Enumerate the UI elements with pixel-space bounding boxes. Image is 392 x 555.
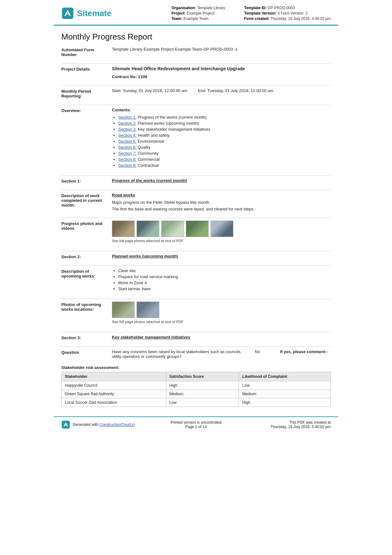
project-details-title: Sitemate Head Office Redevelopment and I… xyxy=(112,66,331,71)
sitemate-logo-icon xyxy=(61,7,74,20)
header-meta-left: Organisation: Template Library Project: … xyxy=(171,6,225,21)
team-line: Team: Example Team xyxy=(171,16,225,21)
header-meta-right: Template ID: DP-PROD-0003 Template Versi… xyxy=(244,6,331,21)
list-item: Start tarmac base xyxy=(118,286,331,291)
section7-link[interactable]: Section 7: xyxy=(118,151,137,156)
project-details-row: Project Details Sitemate Head Office Red… xyxy=(61,66,331,82)
list-item: Section 6: Quality xyxy=(118,145,331,150)
table-row: Local Soccer Dad Association Low High xyxy=(62,398,331,407)
project-line: Project: Example Project xyxy=(171,11,225,16)
stakeholder-name: Green Square Rail Authority xyxy=(62,390,166,398)
section3-value: Key stakeholder management initiatives xyxy=(112,335,331,340)
question-row: Question Have any concerns been raised b… xyxy=(61,349,331,362)
table-header-row: Stakeholder Satisfaction Score Likelihoo… xyxy=(62,372,331,381)
logo-area: Sitemate xyxy=(61,7,171,20)
section8-link[interactable]: Section 8: xyxy=(118,157,137,162)
footer: Generated with ConstructionCloud.io Prin… xyxy=(54,416,338,432)
org-line: Organisation: Template Library xyxy=(171,6,225,10)
upcoming-photos-note: See full page photos attached at end of … xyxy=(112,320,331,324)
footer-logo-area: Generated with ConstructionCloud.io xyxy=(61,420,151,429)
header: Sitemate Organisation: Template Library … xyxy=(54,0,338,26)
section1-value: Progress of the works (current month) xyxy=(112,178,331,184)
stakeholder-table: Stakeholder Satisfaction Score Likelihoo… xyxy=(61,372,331,407)
list-item: Section 1: Progress of the works (curren… xyxy=(118,115,331,120)
photo-thumb xyxy=(211,221,233,237)
satisfaction-score: Low xyxy=(166,398,239,407)
photos-note: See full page photos attached at end of … xyxy=(112,239,331,243)
list-item: Section 8: Commercial xyxy=(118,157,331,162)
upcoming-works-row: Description of upcoming works: Clear sit… xyxy=(61,268,331,296)
section3-link[interactable]: Section 3: xyxy=(118,127,137,132)
likelihood-complaint: High xyxy=(239,398,331,407)
svg-rect-0 xyxy=(62,8,73,19)
photo-thumb xyxy=(112,221,135,237)
question-label: Question xyxy=(61,349,112,359)
automated-form-label: Automated Form Number xyxy=(61,47,112,57)
col-satisfaction: Satisfaction Score xyxy=(166,372,239,381)
footer-right: This PDF was created at Thursday, 19 Jul… xyxy=(241,420,331,429)
template-version-line: Template Version: 4 Form Version: 2 xyxy=(244,11,331,16)
stakeholder-name: Happyville Council xyxy=(62,381,166,390)
footer-center-line1: Printed version is uncontrolled xyxy=(151,420,241,425)
list-item: Section 7: Community xyxy=(118,151,331,156)
period-end: End: Tuesday, 31 July 2018, 12:00:00 am xyxy=(198,88,273,93)
col-likelihood: Likelihood of Complaint xyxy=(239,372,331,381)
footer-right-line2: Thursday, 19 July 2018, 5:40:02 pm xyxy=(241,425,331,429)
section2-link[interactable]: Section 2: xyxy=(118,121,137,126)
likelihood-complaint: Medium xyxy=(239,390,331,398)
question-text: Have any concerns been raised by local s… xyxy=(112,349,248,359)
progress-photos-label: Progress photos and videos xyxy=(61,221,112,245)
contents-list: Section 1: Progress of the works (curren… xyxy=(112,115,331,168)
section2-label: Section 2: xyxy=(61,254,112,259)
list-item: Section 2: Planned works (upcoming month… xyxy=(118,121,331,126)
section2-row: Section 2: Planned works (upcoming month… xyxy=(61,254,331,262)
section3-row: Section 3: Key stakeholder management in… xyxy=(61,335,331,343)
table-row: Happyville Council High Low xyxy=(62,381,331,390)
footer-link[interactable]: ConstructionCloud.io xyxy=(100,422,135,427)
list-item: Move to Zone 4 xyxy=(118,280,331,285)
description-work-value: Road works Major progress on the Peter S… xyxy=(112,193,331,211)
template-id-line: Template ID: DP-PROD-0003 xyxy=(244,6,331,10)
overview-label: Overview: xyxy=(61,108,112,169)
photo-thumb xyxy=(112,302,135,318)
photo-thumb xyxy=(137,221,159,237)
list-item: Section 3: Key stakeholder management in… xyxy=(118,127,331,132)
automated-form-row: Automated Form Number Template Library-E… xyxy=(61,47,331,60)
section2-title: Planned works (upcoming month) xyxy=(112,254,178,259)
description-work-label: Description of work completed in current… xyxy=(61,193,112,211)
progress-photos-value: See full page photos attached at end of … xyxy=(112,221,331,245)
desc-line2: The first the base and wearing courses w… xyxy=(112,207,331,211)
section9-link[interactable]: Section 9: xyxy=(118,163,137,168)
upcoming-photos-label: Photos of upcoming works locations: xyxy=(61,302,112,326)
automated-form-value: Template Library-Example Project-Example… xyxy=(112,47,331,57)
contents-label: Contents: xyxy=(112,108,331,112)
section5-link[interactable]: Section 5: xyxy=(118,139,137,144)
monthly-period-label: Monthly Period Reporting xyxy=(61,88,112,98)
period-start: Start: Sunday, 01 July 2018, 12:00:00 am xyxy=(112,88,187,93)
section3-title: Key stakeholder management initiatives xyxy=(112,335,190,340)
section1-title: Progress of the works (current month) xyxy=(112,178,187,183)
upcoming-photos-value: See full page photos attached at end of … xyxy=(112,302,331,326)
section6-link[interactable]: Section 6: xyxy=(118,145,137,150)
monthly-period-row: Monthly Period Reporting Start: Sunday, … xyxy=(61,88,331,102)
list-item: Section 4: Health and safety xyxy=(118,133,331,138)
section3-label: Section 3: xyxy=(61,335,112,340)
footer-logo-icon xyxy=(61,420,70,429)
upcoming-photos-row: Photos of upcoming works locations: See … xyxy=(61,302,331,329)
list-item: Prepare for road service marking xyxy=(118,274,331,279)
section1-label: Section 1: xyxy=(61,178,112,184)
project-details-value: Sitemate Head Office Redevelopment and I… xyxy=(112,66,331,79)
page: Sitemate Organisation: Template Library … xyxy=(54,0,338,432)
upcoming-photos-strip xyxy=(112,302,331,318)
list-item: Section 5: Environmental xyxy=(118,139,331,144)
section1-link[interactable]: Section 1: xyxy=(118,115,137,120)
stakeholder-name: Local Soccer Dad Association xyxy=(62,398,166,407)
question-value: Have any concerns been raised by local s… xyxy=(112,349,331,359)
question-answer: No xyxy=(255,349,274,354)
section1-row: Section 1: Progress of the works (curren… xyxy=(61,178,331,187)
footer-generated-text: Generated with ConstructionCloud.io xyxy=(73,422,135,427)
section4-link[interactable]: Section 4: xyxy=(118,133,137,138)
report-title: Monthly Progress Report xyxy=(61,32,331,42)
work-type: Road works xyxy=(112,193,331,197)
svg-rect-1 xyxy=(62,421,70,428)
